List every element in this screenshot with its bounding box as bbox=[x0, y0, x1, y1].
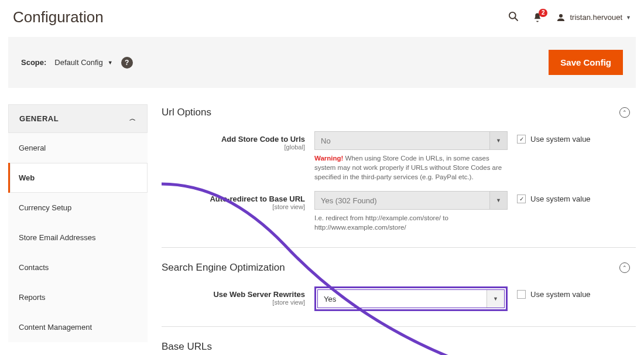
select-value: No bbox=[321, 136, 331, 145]
help-text-auto-redirect: I.e. redirect from http://example.com/st… bbox=[314, 213, 508, 232]
section-seo-title: Search Engine Optimization bbox=[162, 262, 285, 274]
username: tristan.hervouet bbox=[570, 13, 622, 22]
sidebar-item-contacts[interactable]: Contacts bbox=[8, 252, 148, 282]
divider bbox=[162, 247, 636, 248]
save-config-button[interactable]: Save Config bbox=[549, 50, 623, 75]
field-scope-auto-redirect: [store view] bbox=[162, 203, 305, 210]
field-label-store-code: Add Store Code to Urls bbox=[221, 135, 305, 144]
use-system-label: Use system value bbox=[530, 194, 591, 203]
chevron-down-icon: ▼ bbox=[487, 290, 504, 308]
use-system-label: Use system value bbox=[530, 135, 591, 144]
search-icon[interactable] bbox=[508, 11, 519, 24]
sidebar-item-currency[interactable]: Currency Setup bbox=[8, 193, 148, 223]
scope-select[interactable]: Default Config ▼ bbox=[54, 58, 112, 67]
divider bbox=[162, 326, 636, 327]
section-url-options-title: Url Options bbox=[162, 107, 211, 118]
field-scope-rewrites: [store view] bbox=[162, 299, 305, 306]
sidebar-item-store-email[interactable]: Store Email Addresses bbox=[8, 223, 148, 252]
select-rewrites[interactable]: Yes ▼ bbox=[317, 289, 505, 308]
warning-text: Warning! When using Store Code in URLs, … bbox=[314, 153, 508, 182]
chevron-down-icon: ▼ bbox=[489, 192, 507, 209]
checkbox-use-system-store-code[interactable]: ✓ bbox=[517, 135, 526, 144]
chevron-up-icon: ︿ bbox=[129, 114, 136, 123]
chevron-down-icon: ▼ bbox=[626, 15, 631, 21]
sidebar-item-reports[interactable]: Reports bbox=[8, 282, 148, 312]
help-icon[interactable]: ? bbox=[121, 57, 133, 69]
select-auto-redirect: Yes (302 Found) ▼ bbox=[314, 191, 508, 210]
sidebar-item-web[interactable]: Web bbox=[8, 163, 148, 193]
select-store-code: No ▼ bbox=[314, 131, 508, 150]
collapse-icon[interactable]: ⌃ bbox=[619, 262, 630, 273]
sidebar-item-content-mgmt[interactable]: Content Management bbox=[8, 312, 148, 342]
section-base-urls-title-partial: Base URLs bbox=[162, 339, 636, 353]
checkbox-use-system-rewrites[interactable] bbox=[517, 290, 526, 299]
checkbox-use-system-auto-redirect[interactable]: ✓ bbox=[517, 194, 526, 203]
page-title: Configuration bbox=[13, 8, 104, 26]
sidebar-item-general[interactable]: General bbox=[8, 133, 148, 163]
notification-badge: 2 bbox=[539, 9, 548, 17]
scope-label: Scope: bbox=[21, 58, 46, 67]
scope-value: Default Config bbox=[54, 58, 102, 67]
collapse-icon[interactable]: ⌃ bbox=[619, 107, 630, 118]
highlight-annotation: Yes ▼ bbox=[314, 286, 508, 311]
svg-line-1 bbox=[515, 18, 518, 21]
svg-point-0 bbox=[509, 12, 516, 19]
sidebar-group-general[interactable]: GENERAL ︿ bbox=[8, 104, 148, 133]
field-label-auto-redirect: Auto-redirect to Base URL bbox=[210, 194, 305, 203]
notification-bell[interactable]: 2 bbox=[532, 12, 543, 23]
sidebar-group-label: GENERAL bbox=[19, 114, 59, 123]
field-label-rewrites: Use Web Server Rewrites bbox=[213, 290, 305, 299]
chevron-down-icon: ▼ bbox=[489, 132, 507, 149]
select-value: Yes bbox=[324, 295, 336, 303]
sidebar: GENERAL ︿ General Web Currency Setup Sto… bbox=[8, 104, 148, 353]
use-system-label: Use system value bbox=[530, 290, 591, 299]
user-menu[interactable]: tristan.hervouet ▼ bbox=[556, 12, 631, 23]
chevron-down-icon: ▼ bbox=[108, 60, 113, 66]
field-scope-store-code: [global] bbox=[162, 144, 305, 151]
select-value: Yes (302 Found) bbox=[321, 196, 377, 205]
